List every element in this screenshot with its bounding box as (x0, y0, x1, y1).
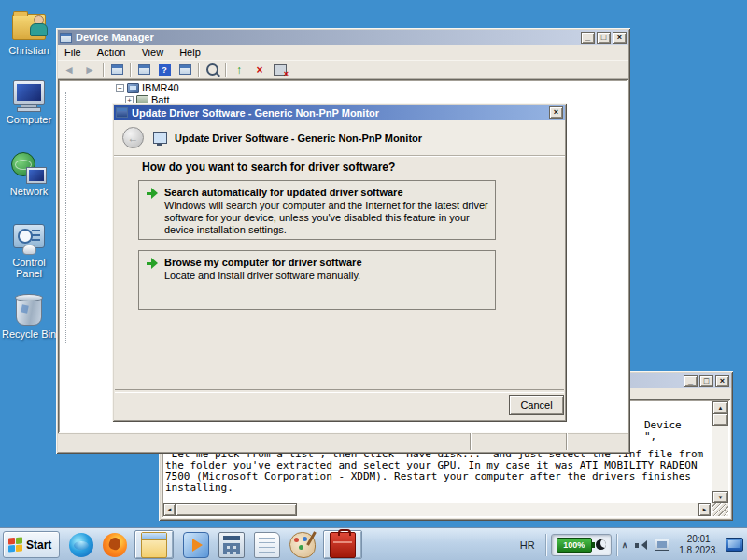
scroll-left-icon[interactable]: ◄ (163, 503, 176, 516)
firefox-icon[interactable] (103, 533, 127, 557)
tree-connector-line (65, 92, 66, 343)
option-browse-computer[interactable]: Browse my computer for driver software L… (138, 250, 496, 310)
power-plug-icon (596, 539, 606, 550)
vertical-scrollbar[interactable]: ▲ ▼ (712, 401, 728, 503)
taskbar: Start HR 100% ∧ 20:01 1.8.2023. (0, 527, 747, 560)
toolbox-taskbar-button[interactable] (323, 530, 362, 559)
minimize-icon[interactable]: _ (581, 32, 595, 44)
chevron-up-icon[interactable]: ∧ (622, 540, 628, 550)
status-pane (471, 433, 567, 450)
wizard-heading: How do you want to search for driver sof… (142, 161, 395, 174)
cancel-button[interactable]: Cancel (509, 395, 564, 415)
desktop-icon-label: Computer (0, 114, 58, 125)
tree-root[interactable]: IBMR40 (116, 82, 179, 93)
close-icon[interactable]: × (715, 375, 729, 387)
scan-hardware-changes-icon[interactable] (203, 62, 221, 78)
help-icon[interactable]: ? (155, 62, 174, 78)
menu-view[interactable]: View (134, 45, 170, 60)
back-icon[interactable]: ← (122, 127, 144, 148)
text-line: ", (644, 431, 656, 442)
explorer-taskbar-button[interactable] (134, 530, 174, 559)
dialog-title: Update Driver Software - Generic Non-PnP… (132, 107, 545, 119)
resize-grip[interactable] (712, 503, 728, 516)
tray-separator (616, 534, 617, 556)
green-arrow-icon (147, 258, 160, 269)
desktop-icon-network[interactable]: Network (0, 150, 58, 197)
device-manager-toolbar: ◄ ► ? ↑ × (58, 60, 628, 79)
network-icon (11, 150, 47, 184)
calculator-icon[interactable] (218, 532, 245, 558)
horizontal-scroll-thumb[interactable] (176, 503, 297, 516)
menu-file[interactable]: File (58, 45, 88, 60)
paint-icon[interactable] (289, 532, 316, 558)
display-tray-icon[interactable] (655, 539, 669, 551)
device-manager-title: Device Manager (76, 32, 577, 43)
option-title: Search automatically for updated driver … (164, 187, 487, 198)
menu-help[interactable]: Help (173, 45, 207, 60)
start-label: Start (26, 539, 51, 552)
recycle-bin-icon (11, 293, 47, 327)
desktop-icon-label: Network (0, 186, 58, 197)
collapse-toggle-icon[interactable] (116, 84, 124, 92)
status-pane (58, 433, 471, 450)
tray-time: 20:01 (679, 534, 718, 545)
battery-icon: 100% (557, 538, 592, 553)
forward-icon[interactable]: ► (80, 62, 99, 78)
minimize-icon[interactable]: _ (684, 375, 698, 387)
desktop-icon-christian[interactable]: Christian (0, 9, 58, 56)
battery-area[interactable]: 100% (551, 534, 612, 556)
option-search-automatically[interactable]: Search automatically for updated driver … (138, 180, 496, 240)
toolbar-separator (130, 63, 131, 77)
update-driver-icon[interactable]: ↑ (230, 62, 248, 78)
maximize-icon[interactable]: □ (597, 32, 611, 44)
close-icon[interactable]: × (549, 106, 563, 119)
tray-date: 1.8.2023. (679, 545, 718, 556)
disable-device-icon[interactable]: × (250, 62, 269, 78)
device-manager-titlebar[interactable]: Device Manager _ □ × (58, 30, 628, 45)
scroll-up-icon[interactable]: ▲ (712, 401, 728, 413)
notepad-icon[interactable] (254, 532, 280, 558)
toolbox-icon (330, 532, 356, 558)
show-desktop-monitor-icon[interactable] (726, 538, 743, 552)
toolbar-separator (103, 63, 104, 77)
green-arrow-icon (147, 188, 160, 199)
media-player-icon[interactable] (183, 532, 209, 558)
desktop-icon-computer[interactable]: Computer (0, 78, 58, 125)
scroll-right-icon[interactable]: ► (698, 503, 711, 516)
desktop-icon-label: Christian (0, 45, 58, 56)
menu-action[interactable]: Action (91, 45, 133, 60)
dialog-icon (116, 107, 128, 118)
horizontal-scrollbar[interactable]: ◄ ► (163, 503, 711, 516)
start-button[interactable]: Start (3, 531, 60, 558)
explorer-icon (141, 532, 167, 558)
console-window-icon[interactable] (176, 62, 194, 78)
desktop-icon-control-panel[interactable]: Control Panel (0, 221, 58, 279)
back-icon[interactable]: ◄ (60, 62, 78, 78)
clock[interactable]: 20:01 1.8.2023. (679, 534, 718, 556)
text-line: 7500 (Microsoft Corporation - XDDM). Res… (165, 471, 691, 483)
properties-icon[interactable] (134, 62, 153, 78)
device-manager-menubar: File Action View Help (58, 45, 628, 60)
language-indicator[interactable]: HR (520, 539, 535, 551)
uninstall-device-icon[interactable] (271, 62, 289, 78)
option-description: Windows will search your computer and th… (164, 200, 493, 236)
maximize-icon[interactable]: □ (699, 375, 713, 387)
vertical-scroll-thumb[interactable] (712, 413, 728, 426)
desktop-icon-recycle-bin[interactable]: Recycle Bin (0, 293, 58, 340)
windows-logo-icon (8, 537, 22, 552)
dialog-titlebar[interactable]: Update Driver Software - Generic Non-PnP… (114, 105, 565, 120)
user-folder-icon (11, 9, 47, 43)
computer-icon (11, 78, 47, 112)
update-driver-dialog: Update Driver Software - Generic Non-PnP… (112, 103, 567, 422)
device-manager-icon (60, 33, 72, 43)
desktop-icon-label: Control Panel (0, 257, 58, 279)
option-title: Browse my computer for driver software (164, 257, 487, 268)
scroll-down-icon[interactable]: ▼ (712, 491, 728, 503)
status-pane (567, 433, 628, 450)
close-icon[interactable]: × (613, 32, 627, 44)
tray-separator (545, 534, 546, 556)
computer-icon (127, 83, 139, 93)
edge-icon[interactable] (69, 533, 93, 557)
show-console-tree-icon[interactable] (107, 62, 126, 78)
speaker-icon[interactable] (635, 539, 647, 551)
